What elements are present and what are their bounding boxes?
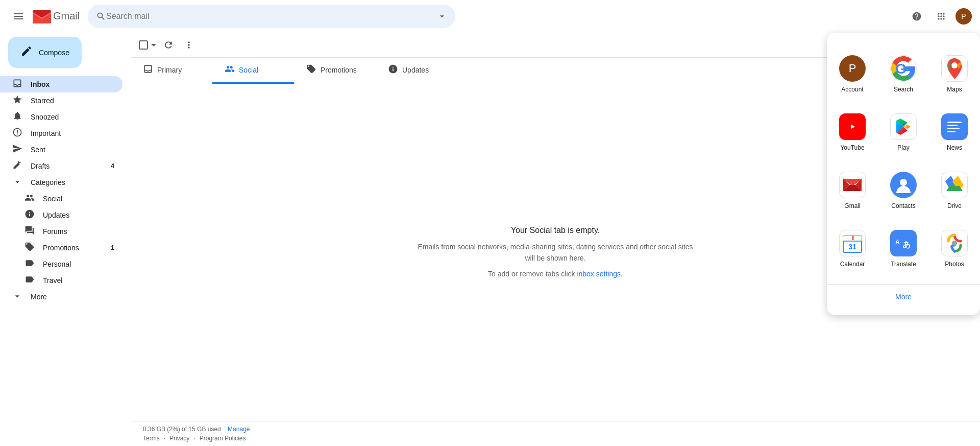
promotions-label: Promotions [43, 244, 79, 252]
primary-tab-icon [143, 64, 153, 76]
search-expand-icon[interactable] [437, 11, 447, 21]
sidebar-item-travel[interactable]: Travel [0, 272, 122, 289]
app-play[interactable]: Play [880, 105, 927, 159]
compose-button[interactable]: Compose [8, 37, 82, 68]
svg-point-6 [951, 62, 958, 68]
app-contacts-label: Contacts [891, 202, 915, 209]
important-icon [12, 127, 22, 139]
app-search[interactable]: G Search [880, 47, 927, 101]
svg-text:あ: あ [902, 240, 911, 249]
snoozed-label: Snoozed [31, 113, 59, 121]
inbox-settings-link[interactable]: inbox settings [577, 270, 621, 278]
svg-rect-1 [14, 16, 23, 17]
starred-icon [12, 95, 22, 107]
app-account[interactable]: P Account [829, 47, 876, 101]
sidebar-item-sent[interactable]: Sent [0, 142, 122, 158]
app-account-label: Account [841, 86, 863, 93]
empty-state: Your Social tab is empty. Emails from so… [397, 205, 713, 300]
svg-point-24 [952, 241, 957, 246]
search-input[interactable] [106, 12, 433, 21]
app-youtube-label: YouTube [840, 144, 864, 151]
sidebar-item-promotions[interactable]: Promotions 1 [0, 240, 122, 256]
sidebar-item-drafts[interactable]: Drafts 4 [0, 158, 122, 174]
sidebar: Compose Inbox Starred S [0, 33, 131, 446]
tab-promotions[interactable]: Promotions [294, 58, 376, 84]
tab-primary[interactable]: Primary [131, 58, 212, 84]
more-options-button[interactable] [181, 37, 197, 53]
forums-label: Forums [43, 227, 67, 236]
search-bar[interactable] [88, 5, 455, 28]
sidebar-item-important[interactable]: Important [0, 125, 122, 142]
apps-panel: P Account G Sea [827, 33, 980, 315]
app-calendar[interactable]: 31 ▐ Calendar [829, 222, 876, 276]
svg-rect-2 [14, 18, 23, 19]
promotions-tab-label: Promotions [321, 66, 357, 74]
apps-more-section: More [827, 284, 980, 307]
apps-more-button[interactable]: More [887, 289, 920, 305]
personal-icon [24, 258, 35, 270]
sidebar-item-starred[interactable]: Starred [0, 92, 122, 109]
categories-expand-icon [12, 177, 22, 189]
tab-social[interactable]: Social [212, 58, 294, 84]
primary-tab-label: Primary [157, 66, 182, 74]
storage-usage: 0.36 GB (2%) of 15 GB used [143, 426, 221, 433]
support-button[interactable] [906, 6, 927, 27]
promotions-tab-icon [306, 64, 316, 76]
social-label: Social [43, 195, 62, 203]
footer-links: Terms · Privacy · Program Policies [143, 435, 968, 442]
app-news[interactable]: News [931, 105, 978, 159]
drafts-count: 4 [111, 162, 114, 170]
select-all-checkbox[interactable] [139, 40, 148, 50]
select-chevron-icon[interactable] [151, 44, 156, 46]
app-drive[interactable]: Drive [931, 163, 978, 218]
manage-link[interactable]: Manage [228, 426, 250, 433]
footer: 0.36 GB (2%) of 15 GB used Manage Terms … [131, 421, 980, 446]
app-maps[interactable]: Maps [931, 47, 978, 101]
sent-label: Sent [31, 146, 45, 154]
svg-rect-11 [947, 128, 960, 129]
sidebar-item-inbox[interactable]: Inbox [0, 76, 122, 92]
program-policies-link[interactable]: Program Policies [200, 435, 246, 442]
updates-label: Updates [43, 211, 69, 219]
forums-icon [24, 225, 35, 238]
social-icon [24, 193, 35, 205]
app-news-label: News [947, 144, 962, 151]
sidebar-item-snoozed[interactable]: Snoozed [0, 109, 122, 125]
categories-header[interactable]: Categories [0, 174, 131, 191]
app-gmail[interactable]: Gmail [829, 163, 876, 218]
sidebar-item-forums[interactable]: Forums [0, 223, 122, 240]
apps-button[interactable] [931, 6, 951, 27]
social-tab-label: Social [239, 66, 258, 74]
travel-icon [24, 274, 35, 287]
gmail-logo[interactable]: Gmail [33, 10, 80, 24]
svg-rect-12 [947, 131, 955, 132]
app-contacts[interactable]: Contacts [880, 163, 927, 218]
menu-icon[interactable] [8, 6, 29, 27]
app-translate[interactable]: A あ Translate [880, 222, 927, 276]
svg-text:A: A [895, 239, 900, 246]
empty-state-title: Your Social tab is empty. [418, 226, 693, 235]
personal-label: Personal [43, 260, 71, 268]
app-photos[interactable]: Photos [931, 222, 978, 276]
sidebar-item-personal[interactable]: Personal [0, 256, 122, 272]
updates-icon [24, 209, 35, 221]
tab-updates[interactable]: Updates [376, 58, 457, 84]
important-label: Important [31, 129, 61, 137]
svg-rect-10 [947, 125, 958, 126]
compose-icon [20, 45, 33, 60]
search-icon[interactable] [96, 11, 106, 21]
svg-point-14 [900, 179, 907, 186]
svg-text:Gmail: Gmail [53, 11, 80, 21]
refresh-button[interactable] [160, 37, 177, 53]
updates-tab-label: Updates [402, 66, 429, 74]
avatar[interactable]: P [955, 8, 972, 25]
sidebar-more[interactable]: More [0, 289, 122, 305]
terms-link[interactable]: Terms [143, 435, 160, 442]
updates-tab-icon [388, 64, 398, 76]
svg-text:31: 31 [848, 243, 856, 251]
privacy-link[interactable]: Privacy [169, 435, 189, 442]
app-play-label: Play [897, 144, 909, 151]
app-youtube[interactable]: YouTube [829, 105, 876, 159]
sidebar-item-social[interactable]: Social [0, 191, 122, 207]
sidebar-item-updates[interactable]: Updates [0, 207, 122, 223]
